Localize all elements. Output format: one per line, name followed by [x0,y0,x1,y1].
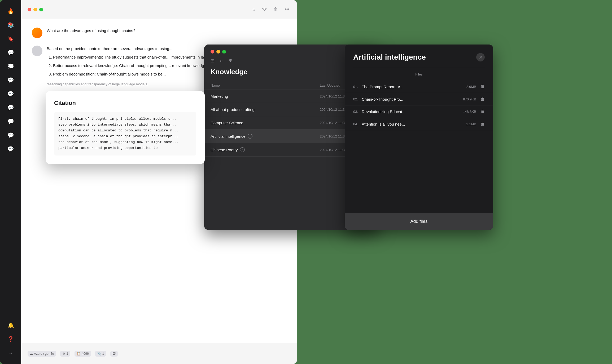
file-size-3: 2.1MB [466,122,476,126]
sidebar-icon-add-chat[interactable]: 💬 [5,47,16,58]
sidebar-icon-library[interactable]: 📚 [5,19,16,31]
delete-file-2[interactable]: 🗑 [480,109,485,114]
sidebar: 🔥 📚 🔖 💬 💭 💬 💬 💬 💬 💬 💬 🔔 ❓ → [0,0,21,364]
info-icon-4[interactable]: i [240,147,245,152]
ai-avatar [32,46,42,56]
sidebar-toggle-icon[interactable]: ⊟ [211,58,215,64]
ai-details-panel: Artificial intelligence ✕ Files 01. The … [345,45,493,230]
more-icon[interactable]: ••• [283,6,291,13]
file-name-2: Revolutionizing Educat... [362,109,463,114]
search-icon[interactable]: ⌕ [251,6,256,13]
file-row-3: 04. Attention is all you nee... 2.1MB 🗑 [345,118,493,130]
provider-badge[interactable]: ☁ Azure / gpt-4o [28,351,56,357]
sidebar-icon-chat3[interactable]: 💬 [5,102,16,113]
delete-file-1[interactable]: 🗑 [480,97,485,101]
close-button[interactable]: ✕ [476,53,485,61]
sidebar-icon-chat4[interactable]: 💬 [5,116,16,127]
chat-header: ⌕ 🗑 ••• [21,0,297,19]
sidebar-icon-bookmark[interactable]: 🔖 [5,33,16,45]
citation-popup: Citation First, chain of thought, in pri… [46,91,205,164]
chat-input-bar: ☁ Azure / gpt-4o ⚙ 1 📋 4096 📎 1 🖼 [21,343,297,364]
knowledge-tl-red[interactable] [211,50,214,54]
user-avatar [32,28,42,38]
input-meta: ☁ Azure / gpt-4o ⚙ 1 📋 4096 📎 1 🖼 [28,351,118,357]
count-badge[interactable]: 📎 1 [95,351,106,357]
sidebar-icon-chat5[interactable]: 💬 [5,129,16,141]
traffic-lights [28,8,43,11]
file-num-0: 01. [353,85,362,89]
knowledge-search-icon[interactable]: ⌕ [220,58,223,64]
col-name: Name [211,83,320,87]
file-list: 01. The Prompt Report- A ... 2.9MB 🗑 02.… [345,81,493,130]
ai-details-header: Artificial intelligence ✕ [345,45,493,68]
image-badge[interactable]: 🖼 [110,351,118,357]
traffic-light-red[interactable] [28,8,31,11]
knowledge-row-name-3: Artificial intelligence i [211,134,320,139]
delete-file-0[interactable]: 🗑 [480,84,485,89]
file-size-0: 2.9MB [466,85,476,89]
knowledge-wifi-icon[interactable] [228,58,233,64]
file-name-0: The Prompt Report- A ... [362,85,466,89]
file-name-1: Chain-of-Thought Pro... [362,97,463,101]
message-user: What are the advantages of using thought… [32,28,286,38]
sidebar-icon-chat2[interactable]: 💬 [5,88,16,100]
knowledge-row-name-4: Chinese Poetry i [211,147,320,152]
citation-title: Citation [54,100,196,106]
sidebar-icon-notification[interactable]: 🔔 [5,319,16,331]
knowledge-row-name-1: All about product crafting [211,107,320,112]
delete-file-3[interactable]: 🗑 [480,122,485,126]
file-size-1: 870.9KB [463,97,476,101]
tokens-label: 4096 [82,352,89,356]
file-row-0: 01. The Prompt Report- A ... 2.9MB 🗑 [345,81,493,93]
files-label: Files [345,68,493,81]
context-badge[interactable]: 📋 4096 [75,351,91,357]
add-files-button[interactable]: Add files [345,213,493,230]
provider-label: Azure / gpt-4o [34,352,54,356]
count-label: 1 [102,352,104,356]
wifi-icon[interactable] [261,6,268,13]
traffic-light-green[interactable] [39,8,43,11]
sidebar-icon-main-chat[interactable]: 💭 [5,60,16,72]
file-row-2: 03. Revolutionizing Educat... 148.8KB 🗑 [345,105,493,118]
sidebar-icon-fire[interactable]: 🔥 [5,5,16,17]
sidebar-icon-chat6[interactable]: 💬 [5,143,16,155]
sidebar-icon-chat1[interactable]: 💬 [5,74,16,86]
traffic-light-yellow[interactable] [33,8,37,11]
info-icon-3[interactable]: i [248,134,252,139]
trash-icon[interactable]: 🗑 [272,6,279,13]
file-row-1: 02. Chain-of-Thought Pro... 870.9KB 🗑 [345,93,493,105]
knowledge-row-name-2: Computer Science [211,121,320,125]
file-name-3: Attention is all you nee... [362,122,466,126]
knowledge-row-name-0: Marketing [211,94,320,99]
ai-message-intro: Based on the provided context, there are… [47,46,172,51]
ai-details-title: Artificial intelligence [353,53,426,61]
user-message-text: What are the advantages of using thought… [47,28,286,34]
sidebar-icon-help[interactable]: ❓ [5,333,16,345]
file-num-2: 03. [353,110,362,114]
file-size-2: 148.8KB [463,110,476,114]
tokens-badge[interactable]: ⚙ 1 [60,351,70,357]
knowledge-tl-yellow[interactable] [216,50,220,54]
knowledge-tl-green[interactable] [222,50,226,54]
sidebar-icon-arrow[interactable]: → [5,347,16,359]
file-num-1: 02. [353,97,362,101]
file-num-3: 04. [353,122,362,126]
citation-text: First, chain of thought, in principle, a… [54,112,196,156]
